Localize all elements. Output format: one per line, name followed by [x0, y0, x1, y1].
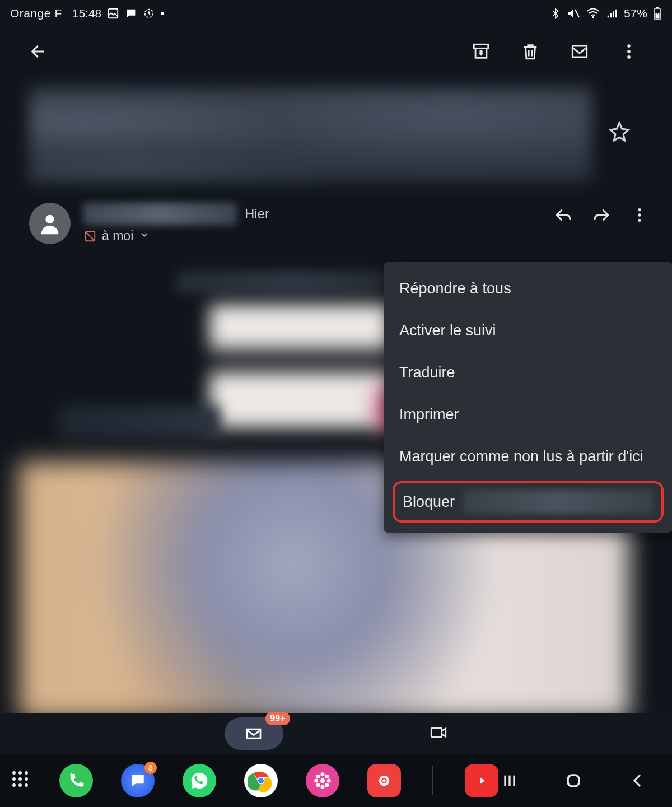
svg-point-25 [314, 778, 318, 782]
mark-unread-button[interactable] [560, 32, 599, 71]
svg-point-29 [316, 783, 320, 787]
avatar[interactable] [29, 203, 71, 244]
subject-row [0, 76, 672, 194]
svg-rect-8 [572, 46, 587, 57]
gmail-message-toolbar [0, 27, 672, 76]
app-drawer-button[interactable] [12, 771, 30, 790]
sender-row: Hier à moi [0, 194, 672, 249]
overflow-button[interactable] [609, 32, 648, 71]
menu-snooze[interactable]: Activer le suivi [384, 310, 672, 352]
android-nav-bar: 8 [0, 754, 672, 807]
svg-point-27 [316, 774, 320, 778]
nav-back[interactable] [626, 769, 648, 792]
tab-meet[interactable] [429, 723, 448, 744]
message-time: Hier [245, 206, 269, 222]
svg-point-10 [627, 50, 631, 53]
chat-notification-icon [125, 7, 137, 20]
svg-point-3 [592, 17, 594, 18]
dock-chrome[interactable] [244, 764, 278, 797]
svg-rect-5 [656, 7, 659, 8]
sender-name-redacted [83, 203, 237, 225]
menu-block-name-redacted [464, 490, 654, 514]
svg-point-15 [638, 208, 641, 211]
dock-camera[interactable] [367, 764, 401, 797]
svg-point-32 [382, 779, 386, 782]
forward-button[interactable] [592, 206, 610, 226]
signal-icon [606, 7, 618, 20]
mute-icon [567, 7, 580, 20]
subject-redacted [29, 87, 592, 183]
images-blocked-icon [84, 230, 96, 242]
menu-block-label: Bloquer [403, 493, 455, 511]
dock-gallery[interactable] [306, 764, 339, 797]
dot-notification-icon [161, 12, 164, 15]
back-button[interactable] [19, 32, 58, 71]
archive-button[interactable] [461, 32, 501, 71]
menu-reply-all[interactable]: Répondre à tous [384, 268, 672, 310]
mail-badge: 99+ [265, 712, 290, 725]
dock-phone[interactable] [59, 764, 93, 797]
svg-rect-18 [431, 728, 441, 738]
svg-point-12 [45, 215, 54, 223]
tab-mail[interactable]: 99+ [225, 717, 283, 750]
clock: 15:48 [72, 7, 102, 20]
dock-divider [432, 766, 433, 795]
carrier-label: Orange F [10, 7, 62, 20]
gmail-bottom-tabs: 99+ [0, 713, 672, 754]
to-label: à moi [102, 228, 133, 244]
menu-mark-unread-here[interactable]: Marquer comme non lus à partir d'ici [384, 436, 672, 478]
svg-point-24 [320, 785, 324, 789]
menu-block-sender[interactable]: Bloquer [393, 481, 664, 523]
battery-percent: 57% [624, 7, 647, 20]
messages-badge: 8 [144, 762, 157, 774]
recipient-line[interactable]: à moi [83, 228, 269, 244]
android-status-bar: Orange F 15:48 57% [0, 0, 672, 27]
nav-home[interactable] [562, 769, 585, 792]
svg-point-16 [638, 213, 641, 216]
nav-recents[interactable] [498, 769, 521, 792]
svg-point-9 [627, 44, 631, 48]
svg-point-17 [638, 219, 641, 222]
wifi-icon [586, 7, 600, 20]
message-overflow-button[interactable] [631, 206, 648, 226]
svg-line-2 [575, 10, 579, 17]
svg-point-23 [320, 772, 324, 776]
chevron-down-icon [139, 228, 150, 244]
reply-button[interactable] [554, 206, 572, 226]
bluetooth-icon [550, 7, 561, 20]
dock-whatsapp[interactable] [183, 764, 216, 797]
menu-print[interactable]: Imprimer [384, 394, 672, 436]
svg-rect-7 [474, 44, 488, 48]
svg-point-28 [325, 774, 329, 778]
svg-point-26 [327, 778, 331, 782]
svg-rect-36 [568, 775, 579, 786]
dock-messages[interactable]: 8 [121, 764, 155, 797]
gallery-notification-icon [107, 7, 119, 20]
delete-button[interactable] [511, 32, 550, 71]
menu-translate[interactable]: Traduire [384, 352, 672, 394]
star-button[interactable] [609, 121, 630, 144]
battery-icon [653, 7, 662, 20]
svg-line-14 [86, 231, 95, 241]
sync-notification-icon [143, 7, 155, 20]
dock-youtube[interactable] [465, 764, 498, 797]
svg-point-22 [320, 778, 325, 783]
message-context-menu: Répondre à tous Activer le suivi Traduir… [384, 262, 672, 533]
svg-point-30 [325, 783, 329, 787]
svg-point-11 [627, 55, 631, 59]
